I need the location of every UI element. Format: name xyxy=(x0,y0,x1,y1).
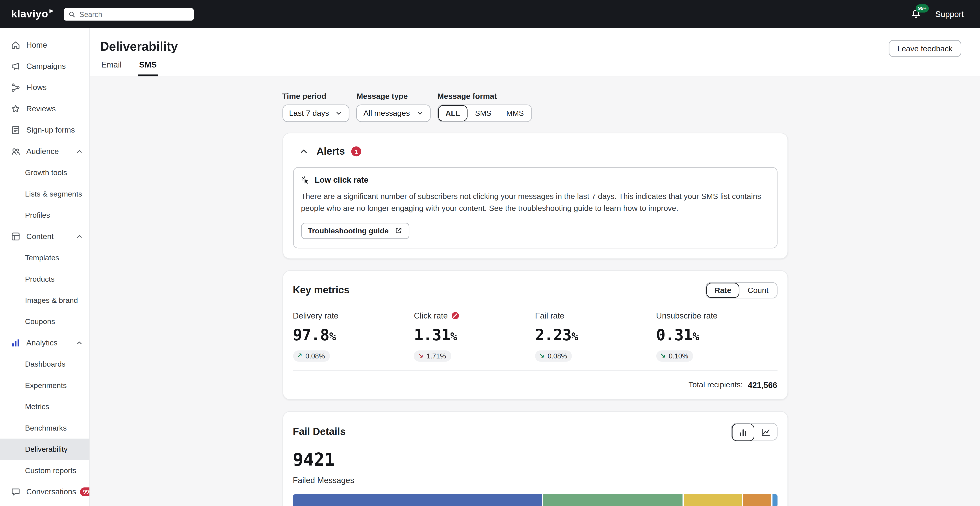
sidebar-item-products[interactable]: Products xyxy=(0,268,89,290)
sidebar-item-templates[interactable]: Templates xyxy=(0,247,89,268)
sidebar-item-analytics[interactable]: Analytics xyxy=(0,332,89,353)
format-all-button[interactable]: ALL xyxy=(438,105,468,121)
chevron-down-icon xyxy=(416,109,424,117)
rate-count-toggle: Rate Count xyxy=(706,282,777,298)
sidebar-item-images-brand[interactable]: Images & brand xyxy=(0,290,89,311)
search-box[interactable] xyxy=(64,8,194,20)
fail-details-header: Fail Details xyxy=(293,420,777,444)
flows-icon xyxy=(11,83,21,93)
bar-segment-carrier-violation[interactable] xyxy=(743,494,771,506)
support-link[interactable]: Support xyxy=(935,10,964,19)
time-period-select[interactable]: Last 7 days xyxy=(282,105,350,122)
sidebar-item-audience[interactable]: Audience xyxy=(0,141,89,162)
sidebar-item-conversations[interactable]: Conversations99+ xyxy=(0,481,89,502)
fail-details-card: Fail Details 9421 Failed Messages Device… xyxy=(282,411,788,506)
trend-down-icon: ↘ xyxy=(660,352,666,360)
metric-value: 1.31% xyxy=(414,326,535,344)
collapse-alerts-button[interactable] xyxy=(297,144,310,158)
metric-trend-chip: ↗0.08% xyxy=(293,350,330,362)
sidebar-item-lists-segments[interactable]: Lists & segments xyxy=(0,183,89,204)
tab-email[interactable]: Email xyxy=(100,56,123,76)
line-chart-toggle-button[interactable] xyxy=(754,423,776,441)
line-chart-icon xyxy=(760,427,770,437)
sidebar-item-sign-up-forms[interactable]: Sign-up forms xyxy=(0,120,89,141)
trend-value: 0.10% xyxy=(669,352,688,359)
sidebar-item-label: Flows xyxy=(26,83,47,92)
topbar-right: 99+ Support xyxy=(911,9,969,19)
total-recipients-label: Total recipients: xyxy=(689,380,743,389)
search-input[interactable] xyxy=(79,10,189,18)
bar-segment-unknown-error[interactable] xyxy=(543,494,682,506)
chevron-down-icon xyxy=(335,109,343,117)
troubleshooting-guide-label: Troubleshooting guide xyxy=(308,226,389,235)
sidebar-item-label: Analytics xyxy=(26,338,57,347)
rate-toggle-button[interactable]: Rate xyxy=(706,283,740,298)
sidebar-item-metrics[interactable]: Metrics xyxy=(0,396,89,417)
sidebar-item-home[interactable]: Home xyxy=(0,34,89,56)
alert-item: Low click rate There are a significant n… xyxy=(293,167,777,248)
page-header: Deliverability Leave feedback Email SMS xyxy=(90,28,980,76)
sidebar-item-label: Sign-up forms xyxy=(26,126,75,134)
external-link-icon xyxy=(394,227,402,235)
metric-fail-rate: Fail rate2.23%↘0.08% xyxy=(535,311,656,362)
sidebar-item-benchmarks[interactable]: Benchmarks xyxy=(0,417,89,439)
metric-alert-icon xyxy=(452,311,460,319)
message-type-filter: Message type All messages xyxy=(356,92,431,122)
key-metrics-card: Key metrics Rate Count Delivery rate97.8… xyxy=(282,270,788,400)
sidebar-item-label: Content xyxy=(26,232,54,241)
sidebar-item-label: Deliverability xyxy=(25,445,67,454)
bar-segment-device-unreachable[interactable] xyxy=(293,494,542,506)
sidebar-item-custom-reports[interactable]: Custom reports xyxy=(0,460,89,481)
sidebar-item-coupons[interactable]: Coupons xyxy=(0,311,89,332)
metric-label: Fail rate xyxy=(535,311,564,320)
trend-down-icon: ↘ xyxy=(418,352,423,360)
count-toggle-button[interactable]: Count xyxy=(740,283,776,298)
sidebar-item-label: Lists & segments xyxy=(25,190,82,198)
sidebar-item-reviews[interactable]: Reviews xyxy=(0,98,89,119)
metric-trend-chip: ↘0.10% xyxy=(656,350,694,362)
klaviyo-logo[interactable]: klaviyo xyxy=(11,8,54,20)
low-click-rate-icon xyxy=(301,176,310,184)
fail-details-title: Fail Details xyxy=(293,426,346,437)
sidebar-item-profiles[interactable]: Profiles xyxy=(0,205,89,226)
metric-label: Delivery rate xyxy=(293,311,339,320)
bar-chart-toggle-button[interactable] xyxy=(732,423,754,441)
message-format-toggle: ALL SMS MMS xyxy=(438,105,532,122)
trend-value: 1.71% xyxy=(426,352,446,359)
alert-title: Low click rate xyxy=(315,175,368,185)
topbar: klaviyo 99+ Support xyxy=(0,0,980,28)
bar-segment-invalid-mobile-number[interactable] xyxy=(772,494,777,506)
app-window: klaviyo 99+ Support HomeCampaignsFlowsRe… xyxy=(0,0,980,506)
sidebar-item-label: Reviews xyxy=(26,105,56,113)
chart-view-toggle xyxy=(731,423,777,440)
message-type-select[interactable]: All messages xyxy=(356,105,431,122)
sidebar-item-campaigns[interactable]: Campaigns xyxy=(0,56,89,77)
sidebar-item-content[interactable]: Content xyxy=(0,226,89,247)
failed-messages-count: 9421 xyxy=(293,449,777,470)
sidebar-item-label: Templates xyxy=(25,254,59,262)
metric-label-row: Unsubscribe rate xyxy=(656,311,777,320)
trend-value: 0.08% xyxy=(548,352,567,359)
metric-value: 97.8% xyxy=(293,326,414,344)
leave-feedback-button[interactable]: Leave feedback xyxy=(889,40,961,57)
sidebar-item-experiments[interactable]: Experiments xyxy=(0,375,89,396)
sidebar-item-label: Custom reports xyxy=(25,466,76,475)
sidebar-item-dashboards[interactable]: Dashboards xyxy=(0,354,89,375)
conversations-badge: 99+ xyxy=(80,488,90,496)
time-period-value: Last 7 days xyxy=(289,109,329,118)
format-sms-button[interactable]: SMS xyxy=(468,105,499,121)
tab-bar: Email SMS xyxy=(100,56,158,76)
notifications-button[interactable]: 99+ xyxy=(911,9,921,19)
filters-bar: Time period Last 7 days Message type All… xyxy=(282,92,788,122)
sidebar-item-flows[interactable]: Flows xyxy=(0,77,89,98)
trend-value: 0.08% xyxy=(305,352,325,359)
trend-down-icon: ↘ xyxy=(539,352,544,360)
bar-segment-device-disconnected[interactable] xyxy=(684,494,742,506)
sidebar-item-label: Growth tools xyxy=(25,168,67,177)
troubleshooting-guide-button[interactable]: Troubleshooting guide xyxy=(301,223,409,239)
tab-sms[interactable]: SMS xyxy=(138,56,158,76)
sidebar-item-label: Experiments xyxy=(25,381,67,390)
format-mms-button[interactable]: MMS xyxy=(499,105,531,121)
sidebar-item-deliverability[interactable]: Deliverability xyxy=(0,439,89,460)
sidebar-item-growth-tools[interactable]: Growth tools xyxy=(0,162,89,183)
